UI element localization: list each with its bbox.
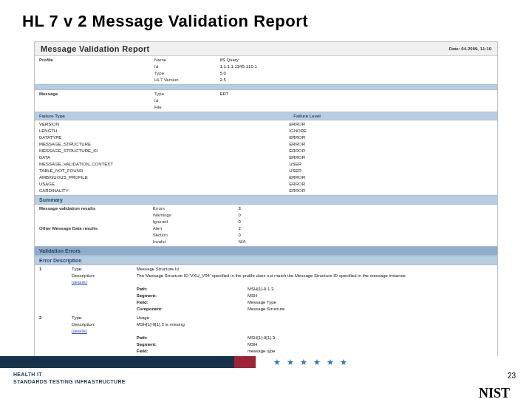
nist-logo: NIST xyxy=(479,386,510,399)
report-header: Message Validation Report Date: 04-2009,… xyxy=(35,42,497,56)
footer-band xyxy=(0,356,532,368)
section-label: Profile xyxy=(35,57,141,64)
report-title: Message Validation Report xyxy=(41,44,149,53)
star-icon: ★ xyxy=(287,358,294,367)
star-icon: ★ xyxy=(313,358,321,367)
profile-block: Profile NameIIS Query Id1.1.1.1.1345-110… xyxy=(35,56,497,84)
star-icon: ★ xyxy=(327,358,334,367)
slide-footer: ★ ★ ★ ★ ★ ★ HEALTH IT STANDARDS TESTING … xyxy=(0,356,532,399)
errors-header: Validation Errors xyxy=(35,246,497,256)
divider xyxy=(35,84,497,90)
star-icon: ★ xyxy=(273,358,281,367)
slide-title: HL 7 v 2 Message Validation Report xyxy=(0,0,532,41)
validation-report: Message Validation Report Date: 04-2009,… xyxy=(34,41,498,399)
summary-block: Message validation results Errors3 Warni… xyxy=(35,205,497,246)
star-icon: ★ xyxy=(340,358,347,367)
report-date: Date: 04-2009, 11:19 xyxy=(449,47,491,51)
failure-types: VERSIONERROR LENGTHIGNORE DATATYPEERROR … xyxy=(35,120,497,195)
details-link[interactable]: [details] xyxy=(72,329,87,333)
error-description-header: Error Description xyxy=(35,256,497,265)
footer-tagline: HEALTH IT STANDARDS TESTING INFRASTRUCTU… xyxy=(13,371,126,386)
message-block: Message TypeER7 Id File xyxy=(35,90,497,112)
failure-header: Failure Type Failure Level xyxy=(35,112,497,120)
summary-header: Summary xyxy=(35,195,497,205)
details-link[interactable]: [details] xyxy=(72,280,87,284)
section-label: Message xyxy=(35,91,141,98)
error-item: 1Type:Message Structure Id Description:T… xyxy=(35,265,497,314)
page-number: 23 xyxy=(508,372,516,380)
footer-stars: ★ ★ ★ ★ ★ ★ xyxy=(273,358,347,367)
star-icon: ★ xyxy=(300,358,307,367)
